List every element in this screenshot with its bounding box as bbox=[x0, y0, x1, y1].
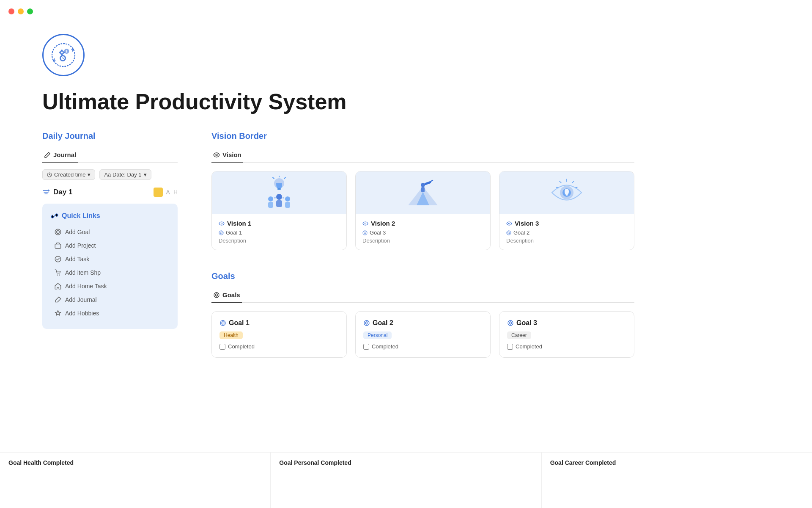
vision-card-1-body: Vision 1 Goal 1 Description bbox=[212, 214, 346, 250]
svg-point-67 bbox=[510, 323, 511, 323]
bottom-goal-career: Goal Career Completed bbox=[542, 453, 812, 508]
completed-row-3: Completed bbox=[507, 343, 626, 350]
date-filter[interactable]: Aa Date: Day 1 ▾ bbox=[99, 169, 151, 180]
vision-card-2-image bbox=[356, 171, 490, 214]
cart-icon bbox=[54, 269, 62, 276]
target-icon-goal-1 bbox=[219, 320, 226, 326]
target-icon-small-2 bbox=[362, 230, 368, 235]
completed-checkbox-3[interactable] bbox=[507, 344, 513, 350]
svg-point-0 bbox=[52, 44, 75, 66]
eye-icon-small-3 bbox=[506, 221, 512, 226]
vision-card-3-body: Vision 3 Goal 2 Description bbox=[499, 214, 634, 250]
personal-tag: Personal bbox=[363, 331, 392, 339]
quick-links-card: Quick Links Add Goal Add Project bbox=[42, 204, 178, 329]
vision-card-1-image bbox=[212, 171, 346, 214]
goal-card-3-title: Goal 3 bbox=[507, 319, 626, 327]
bottom-goal-career-title: Goal Career Completed bbox=[550, 459, 804, 466]
vision-card-3-desc: Description bbox=[506, 237, 627, 244]
daily-journal-section-title: Daily Journal bbox=[42, 131, 178, 141]
goals-tab-bar: Goals bbox=[211, 288, 634, 303]
svg-point-43 bbox=[363, 231, 367, 235]
goal-card-2-title: Goal 2 bbox=[363, 319, 483, 327]
completed-label-2: Completed bbox=[372, 343, 398, 350]
completed-label-3: Completed bbox=[516, 343, 542, 350]
completed-checkbox-2[interactable] bbox=[363, 344, 369, 350]
svg-point-42 bbox=[365, 223, 366, 224]
add-hobbies-label: Add Hobbies bbox=[65, 310, 99, 317]
created-time-filter[interactable]: Created time ▾ bbox=[42, 169, 95, 180]
quick-link-add-home-task[interactable]: Add Home Task bbox=[51, 280, 169, 293]
edit-icon bbox=[44, 152, 51, 158]
close-button[interactable] bbox=[8, 8, 14, 14]
goals-tab-label: Goals bbox=[222, 291, 240, 298]
svg-rect-32 bbox=[285, 202, 290, 208]
day-color-icon bbox=[154, 188, 163, 197]
target-tab-icon bbox=[213, 292, 220, 298]
svg-rect-5 bbox=[59, 52, 60, 53]
bottom-goal-personal-title: Goal Personal Completed bbox=[279, 459, 532, 466]
vision-card-2-goal: Goal 3 bbox=[362, 229, 483, 236]
pencil-square-icon bbox=[54, 296, 62, 304]
vision-card-3-title: Vision 3 bbox=[506, 220, 627, 227]
eye-icon-small bbox=[219, 221, 225, 226]
quick-link-add-item-shp[interactable]: Add item Shp bbox=[51, 266, 169, 279]
bottom-goal-health: Goal Health Completed bbox=[0, 453, 271, 508]
bottom-goals-row: Goal Health Completed Goal Personal Comp… bbox=[0, 452, 812, 508]
completed-row-2: Completed bbox=[363, 343, 483, 350]
svg-rect-28 bbox=[268, 202, 273, 208]
checkmark-circle-icon bbox=[54, 255, 62, 263]
svg-point-58 bbox=[216, 295, 217, 295]
target-icon bbox=[54, 228, 62, 236]
svg-point-34 bbox=[283, 197, 284, 199]
svg-line-50 bbox=[560, 181, 561, 183]
svg-point-21 bbox=[216, 154, 217, 156]
add-home-task-label: Add Home Task bbox=[65, 283, 107, 290]
day-label: Day 1 bbox=[53, 188, 150, 196]
quick-link-add-goal[interactable]: Add Goal bbox=[51, 226, 169, 238]
bottom-goal-health-title: Goal Health Completed bbox=[8, 459, 262, 466]
sort-icon bbox=[42, 188, 50, 196]
goals-tab[interactable]: Goals bbox=[211, 288, 242, 303]
svg-point-35 bbox=[221, 223, 222, 224]
quick-link-add-hobbies[interactable]: Add Hobbies bbox=[51, 307, 169, 320]
chevron-down-icon: ▾ bbox=[88, 171, 91, 178]
vision-card-2: Vision 2 Goal 3 Description bbox=[355, 171, 491, 250]
goal-card-3: Goal 3 Career Completed bbox=[499, 311, 634, 358]
vision-cards: Vision 1 Goal 1 Description bbox=[211, 171, 634, 250]
home-icon bbox=[54, 282, 62, 290]
svg-point-37 bbox=[220, 232, 222, 234]
svg-line-26 bbox=[273, 177, 274, 179]
svg-point-2 bbox=[61, 52, 63, 54]
quick-link-add-journal[interactable]: Add Journal bbox=[51, 293, 169, 306]
maximize-button[interactable] bbox=[27, 8, 33, 14]
target-icon-goal-3 bbox=[507, 320, 514, 326]
link-icon bbox=[51, 212, 58, 220]
quick-links-title-text: Quick Links bbox=[62, 212, 100, 220]
goals-section: Goals Goals bbox=[211, 271, 634, 358]
svg-point-64 bbox=[366, 323, 367, 323]
page-title: Ultimate Productivity System bbox=[42, 89, 634, 114]
svg-point-36 bbox=[219, 231, 223, 235]
goal-card-1: Goal 1 Health Completed bbox=[211, 311, 347, 358]
svg-point-16 bbox=[58, 232, 58, 232]
goal-card-2: Goal 2 Personal Completed bbox=[355, 311, 491, 358]
traffic-lights bbox=[8, 8, 33, 14]
goals-cards: Goal 1 Health Completed bbox=[211, 311, 634, 358]
health-tag: Health bbox=[219, 331, 243, 339]
svg-rect-23 bbox=[277, 188, 281, 190]
quick-link-add-project[interactable]: Add Project bbox=[51, 239, 169, 252]
completed-checkbox-1[interactable] bbox=[219, 344, 225, 350]
logo-svg: $ bbox=[51, 42, 76, 68]
svg-point-27 bbox=[268, 196, 273, 202]
minimize-button[interactable] bbox=[18, 8, 24, 14]
vision-tab[interactable]: Vision bbox=[211, 148, 243, 163]
quick-link-add-task[interactable]: Add Task bbox=[51, 253, 169, 265]
person-telescope-illustration bbox=[404, 176, 442, 210]
eye-icon bbox=[213, 152, 220, 158]
journal-tab[interactable]: Journal bbox=[42, 148, 78, 163]
svg-point-54 bbox=[507, 231, 511, 235]
svg-point-44 bbox=[364, 232, 366, 234]
vision-card-3: Vision 3 Goal 2 Description bbox=[499, 171, 634, 250]
completed-row-1: Completed bbox=[219, 343, 339, 350]
right-content: Vision Border Vision bbox=[211, 131, 634, 375]
